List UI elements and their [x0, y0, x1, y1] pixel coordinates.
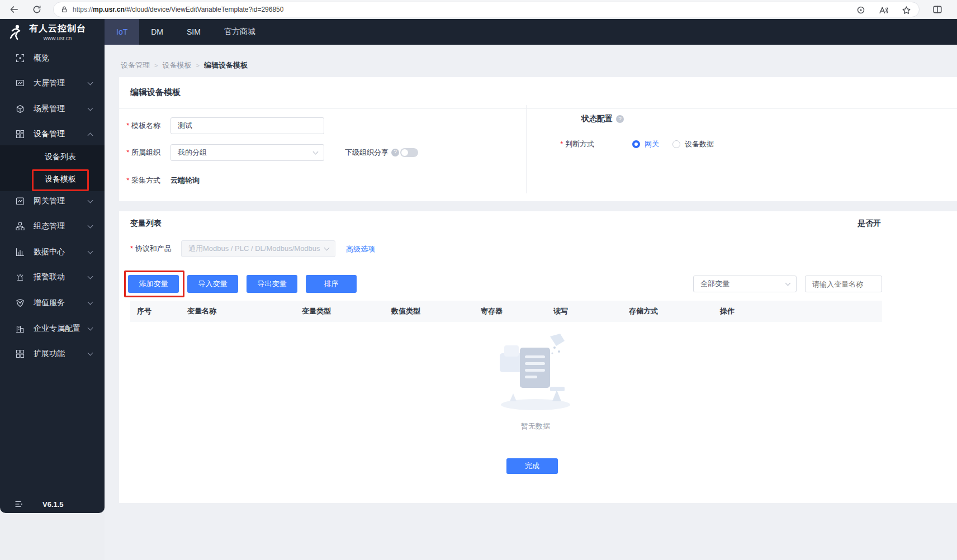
sidebar-subitem-label: 设备模板: [45, 174, 76, 184]
column-header-storage: 存储方式: [629, 306, 720, 316]
breadcrumb-separator: >: [154, 62, 158, 69]
sidebar-subitem-label: 设备列表: [45, 152, 76, 162]
advanced-options-link[interactable]: 高级选项: [346, 244, 375, 254]
empty-state-illustration: [496, 333, 577, 417]
toggle-knob: [401, 149, 408, 156]
sidebar-item-label: 数据中心: [34, 247, 65, 257]
variable-filter-value: 全部变量: [700, 279, 729, 289]
chevron-down-icon: [88, 198, 93, 203]
radio-selected-icon: [632, 140, 640, 148]
column-header-read-write: 读写: [553, 306, 629, 316]
chevron-down-icon: [88, 80, 93, 86]
breadcrumb-item[interactable]: 设备模板: [162, 60, 191, 70]
collapse-menu-icon[interactable]: [15, 500, 23, 509]
browser-back-button[interactable]: [9, 4, 19, 17]
variable-list-title: 变量列表: [130, 219, 162, 229]
chevron-down-icon: [324, 245, 330, 251]
clipped-switch-column-label: 是否开: [857, 219, 881, 229]
page-title: 编辑设备模板: [130, 87, 181, 98]
version-label: V6.1.5: [42, 500, 64, 509]
geolocation-icon[interactable]: [856, 6, 865, 15]
share-label-group: 下级组织分享 ?: [345, 144, 399, 161]
column-header-value-type: 数值类型: [391, 306, 481, 316]
variable-filter-select[interactable]: 全部变量: [693, 276, 797, 292]
template-name-input[interactable]: [170, 117, 324, 134]
sidebar-item-gateway-management[interactable]: 网关管理: [0, 193, 105, 210]
sidebar-item-extended-functions[interactable]: 扩展功能: [0, 345, 105, 362]
nav-tab-label: 官方商城: [224, 27, 255, 37]
sidebar-subitem-device-template[interactable]: 设备模板: [0, 171, 105, 188]
app-logo[interactable]: 有人云控制台 www.usr.cn: [0, 19, 105, 45]
sidebar-item-label: 增值服务: [34, 298, 65, 308]
help-icon[interactable]: ?: [616, 115, 624, 123]
grid-squares-icon: [16, 349, 25, 358]
read-aloud-icon[interactable]: [879, 6, 888, 15]
sidebar-item-label: 大屏管理: [34, 78, 65, 88]
sidebar-item-scene-management[interactable]: 场景管理: [0, 101, 105, 117]
favorite-star-icon[interactable]: [902, 6, 911, 15]
radio-unselected-icon: [672, 140, 680, 148]
chevron-down-icon: [88, 325, 93, 331]
chevron-up-icon: [88, 132, 93, 138]
nav-tab-mall[interactable]: 官方商城: [212, 19, 267, 45]
collect-label: 采集方式: [116, 172, 160, 189]
browser-refresh-button[interactable]: [32, 4, 42, 17]
logo-title: 有人云控制台: [29, 23, 86, 35]
column-header-index: 序号: [137, 306, 187, 316]
split-screen-button[interactable]: [932, 4, 942, 17]
judge-option-device-data[interactable]: 设备数据: [672, 136, 714, 153]
sidebar-subitem-device-list[interactable]: 设备列表: [0, 149, 105, 165]
protocol-select-value: 通用Modbus / PLC / DL/Modbus/Modbus R1: [188, 244, 320, 254]
sidebar-item-label: 概览: [34, 53, 49, 63]
variable-table-header: 序号 变量名称 变量类型 数值类型 寄存器 读写 存储方式 操作: [130, 301, 882, 322]
variable-actions: 添加变量 导入变量 导出变量 排序: [128, 275, 357, 293]
sidebar-item-enterprise-config[interactable]: 企业专属配置: [0, 320, 105, 337]
judge-label: 判断方式: [549, 136, 594, 153]
done-button[interactable]: 完成: [506, 458, 558, 474]
nav-tab-iot[interactable]: IoT: [105, 19, 139, 45]
divider: [526, 105, 527, 193]
breadcrumb-item[interactable]: 设备管理: [121, 60, 150, 70]
share-toggle[interactable]: [400, 148, 418, 157]
dashboard-grid-icon: [16, 130, 25, 139]
sidebar-item-data-center[interactable]: 数据中心: [0, 244, 105, 260]
variable-search-input[interactable]: [805, 276, 882, 292]
judge-option-gateway[interactable]: 网关: [632, 136, 659, 153]
share-label: 下级组织分享: [345, 144, 389, 161]
sidebar-item-value-added-services[interactable]: 增值服务: [0, 295, 105, 311]
nav-tab-label: SIM: [187, 27, 201, 36]
chevron-down-icon: [785, 281, 791, 286]
sidebar-item-configuration-management[interactable]: 组态管理: [0, 218, 105, 235]
address-bar[interactable]: https://mp.usr.cn/#/cloud/device/ViewEdi…: [53, 2, 920, 17]
column-header-name: 变量名称: [187, 306, 302, 316]
cube-icon: [16, 105, 25, 113]
sidebar-item-label: 企业专属配置: [34, 324, 80, 334]
refresh-icon: [32, 4, 42, 15]
main-content: 设备管理 > 设备模板 > 编辑设备模板 编辑设备模板 模板名称 所属组织 我的…: [105, 45, 957, 560]
empty-state-text: 暂无数据: [485, 421, 586, 431]
protocol-select[interactable]: 通用Modbus / PLC / DL/Modbus/Modbus R1: [181, 240, 335, 257]
import-variable-button[interactable]: 导入变量: [187, 275, 238, 293]
sidebar: 概览 大屏管理 场景管理 设备管理 设备列表 设备模板 网关管理: [0, 45, 105, 513]
sidebar-item-device-management[interactable]: 设备管理: [0, 126, 105, 143]
org-select[interactable]: 我的分组: [170, 144, 324, 161]
sort-button[interactable]: 排序: [306, 275, 357, 293]
sidebar-item-overview[interactable]: 概览: [0, 50, 105, 67]
breadcrumb-separator: >: [196, 62, 199, 69]
chevron-down-icon: [313, 149, 319, 155]
back-arrow-icon: [9, 4, 19, 15]
nav-tab-sim[interactable]: SIM: [175, 19, 212, 45]
export-variable-button[interactable]: 导出变量: [247, 275, 297, 293]
help-icon[interactable]: ?: [391, 149, 399, 156]
gateway-chart-icon: [16, 197, 25, 206]
sidebar-item-alarm-linkage[interactable]: 报警联动: [0, 269, 105, 286]
sidebar-item-label: 设备管理: [34, 129, 65, 139]
variable-list-card: 变量列表 是否开 协议和产品 通用Modbus / PLC / DL/Modbu…: [119, 211, 957, 503]
chevron-down-icon: [88, 350, 93, 356]
nav-tab-dm[interactable]: DM: [139, 19, 175, 45]
protocol-label: 协议和产品: [130, 240, 181, 257]
sidebar-footer: V6.1.5: [0, 495, 105, 513]
column-header-operation: 操作: [720, 306, 882, 316]
add-variable-button[interactable]: 添加变量: [128, 275, 179, 293]
sidebar-item-screen-management[interactable]: 大屏管理: [0, 75, 105, 92]
